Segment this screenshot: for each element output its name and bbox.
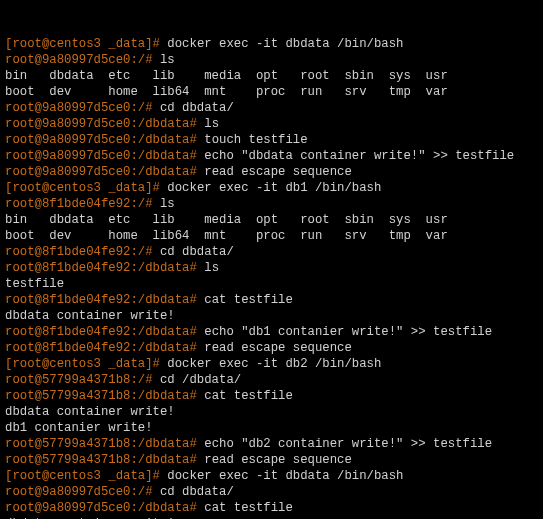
terminal-line: root@57799a4371b8:/dbdata# cat testfile: [5, 388, 538, 404]
terminal-text: dbdata container write!: [5, 405, 175, 419]
terminal-prompt-text: root@9a80997d5ce0:/dbdata#: [5, 117, 204, 131]
terminal-text: echo "db2 container write!" >> testfile: [204, 437, 492, 451]
terminal-prompt-text: root@57799a4371b8:/dbdata#: [5, 453, 204, 467]
terminal-text: cd dbdata/: [160, 245, 234, 259]
terminal-line: root@57799a4371b8:/# cd /dbdata/: [5, 372, 538, 388]
terminal-prompt-text: root@57799a4371b8:/dbdata#: [5, 437, 204, 451]
terminal-prompt-text: [root@centos3 _data]#: [5, 357, 167, 371]
terminal-line: root@8f1bde04fe92:/# cd dbdata/: [5, 244, 538, 260]
terminal-line: root@9a80997d5ce0:/# cd dbdata/: [5, 484, 538, 500]
terminal-text: docker exec -it dbdata /bin/bash: [167, 469, 403, 483]
terminal-prompt-text: root@9a80997d5ce0:/#: [5, 101, 160, 115]
terminal-text: ls: [204, 117, 219, 131]
terminal-prompt-text: [root@centos3 _data]#: [5, 181, 167, 195]
terminal-line: [root@centos3 _data]# docker exec -it db…: [5, 36, 538, 52]
terminal-line: [root@centos3 _data]# docker exec -it db…: [5, 468, 538, 484]
terminal-text: dbdata container write!: [5, 309, 175, 323]
terminal-line: root@9a80997d5ce0:/dbdata# echo "dbdata …: [5, 148, 538, 164]
terminal-text: bin dbdata etc lib media opt root sbin s…: [5, 213, 448, 227]
terminal-text: cat testfile: [204, 293, 293, 307]
terminal-text: read escape sequence: [204, 165, 352, 179]
terminal-text: read escape sequence: [204, 453, 352, 467]
terminal-line: [root@centos3 _data]# docker exec -it db…: [5, 180, 538, 196]
terminal-prompt-text: root@9a80997d5ce0:/#: [5, 53, 160, 67]
terminal-prompt-text: root@8f1bde04fe92:/#: [5, 197, 160, 211]
terminal-output: [root@centos3 _data]# docker exec -it db…: [5, 36, 538, 519]
terminal-text: read escape sequence: [204, 341, 352, 355]
terminal-line: root@9a80997d5ce0:/dbdata# ls: [5, 116, 538, 132]
terminal-line: root@9a80997d5ce0:/dbdata# touch testfil…: [5, 132, 538, 148]
terminal-prompt-text: root@9a80997d5ce0:/dbdata#: [5, 149, 204, 163]
terminal-prompt-text: root@8f1bde04fe92:/dbdata#: [5, 261, 204, 275]
terminal-prompt-text: [root@centos3 _data]#: [5, 469, 167, 483]
terminal-line: root@9a80997d5ce0:/dbdata# cat testfile: [5, 500, 538, 516]
terminal-line: dbdata container write!: [5, 308, 538, 324]
terminal-text: cd dbdata/: [160, 101, 234, 115]
terminal-text: ls: [160, 197, 175, 211]
terminal-text: ls: [160, 53, 175, 67]
terminal-line: boot dev home lib64 mnt proc run srv tmp…: [5, 228, 538, 244]
terminal[interactable]: [root@centos3 _data]# docker exec -it db…: [0, 0, 543, 519]
terminal-text: boot dev home lib64 mnt proc run srv tmp…: [5, 229, 448, 243]
terminal-line: boot dev home lib64 mnt proc run srv tmp…: [5, 84, 538, 100]
terminal-text: db1 contanier write!: [5, 421, 153, 435]
terminal-line: root@8f1bde04fe92:/dbdata# read escape s…: [5, 340, 538, 356]
terminal-line: [root@centos3 _data]# docker exec -it db…: [5, 356, 538, 372]
terminal-line: root@9a80997d5ce0:/dbdata# read escape s…: [5, 164, 538, 180]
terminal-line: root@8f1bde04fe92:/# ls: [5, 196, 538, 212]
terminal-text: cat testfile: [204, 501, 293, 515]
terminal-line: root@9a80997d5ce0:/# ls: [5, 52, 538, 68]
terminal-prompt-text: root@9a80997d5ce0:/dbdata#: [5, 501, 204, 515]
terminal-line: bin dbdata etc lib media opt root sbin s…: [5, 68, 538, 84]
terminal-line: root@57799a4371b8:/dbdata# read escape s…: [5, 452, 538, 468]
terminal-prompt-text: root@57799a4371b8:/#: [5, 373, 160, 387]
terminal-line: dbdata container write!: [5, 404, 538, 420]
terminal-text: bin dbdata etc lib media opt root sbin s…: [5, 69, 448, 83]
terminal-prompt-text: root@8f1bde04fe92:/dbdata#: [5, 293, 204, 307]
terminal-text: touch testfile: [204, 133, 307, 147]
terminal-prompt-text: root@9a80997d5ce0:/#: [5, 485, 160, 499]
terminal-line: root@57799a4371b8:/dbdata# echo "db2 con…: [5, 436, 538, 452]
terminal-text: ls: [204, 261, 219, 275]
terminal-line: root@8f1bde04fe92:/dbdata# cat testfile: [5, 292, 538, 308]
terminal-text: docker exec -it db1 /bin/bash: [167, 181, 381, 195]
terminal-prompt-text: root@8f1bde04fe92:/dbdata#: [5, 341, 204, 355]
terminal-prompt-text: root@8f1bde04fe92:/dbdata#: [5, 325, 204, 339]
terminal-line: root@9a80997d5ce0:/# cd dbdata/: [5, 100, 538, 116]
terminal-text: cd dbdata/: [160, 485, 234, 499]
terminal-text: docker exec -it db2 /bin/bash: [167, 357, 381, 371]
terminal-text: cd /dbdata/: [160, 373, 241, 387]
terminal-text: echo "db1 contanier write!" >> testfile: [204, 325, 492, 339]
terminal-line: root@8f1bde04fe92:/dbdata# ls: [5, 260, 538, 276]
terminal-text: boot dev home lib64 mnt proc run srv tmp…: [5, 85, 448, 99]
terminal-prompt-text: root@8f1bde04fe92:/#: [5, 245, 160, 259]
terminal-line: bin dbdata etc lib media opt root sbin s…: [5, 212, 538, 228]
terminal-line: testfile: [5, 276, 538, 292]
terminal-text: echo "dbdata container write!" >> testfi…: [204, 149, 514, 163]
terminal-prompt-text: [root@centos3 _data]#: [5, 37, 167, 51]
terminal-text: docker exec -it dbdata /bin/bash: [167, 37, 403, 51]
terminal-line: db1 contanier write!: [5, 420, 538, 436]
terminal-prompt-text: root@9a80997d5ce0:/dbdata#: [5, 133, 204, 147]
terminal-prompt-text: root@9a80997d5ce0:/dbdata#: [5, 165, 204, 179]
terminal-prompt-text: root@57799a4371b8:/dbdata#: [5, 389, 204, 403]
terminal-text: cat testfile: [204, 389, 293, 403]
terminal-line: root@8f1bde04fe92:/dbdata# echo "db1 con…: [5, 324, 538, 340]
terminal-text: testfile: [5, 277, 64, 291]
